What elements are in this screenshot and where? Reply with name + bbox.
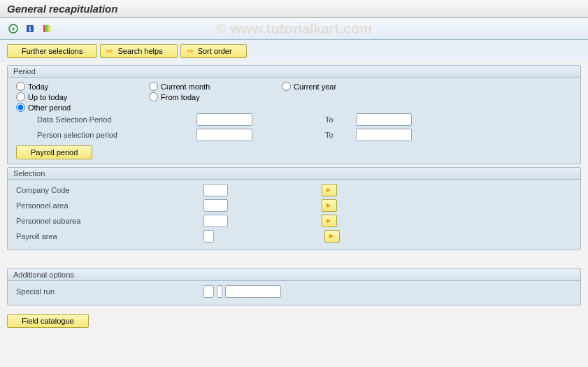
special-run-input-1[interactable] [203,285,214,298]
button-label: Sort order [198,47,232,55]
arrow-right-icon: ⇨ [106,46,113,56]
radio-label: Today [28,82,48,91]
special-run-label: Special run [16,287,121,296]
svg-text:i: i [29,25,31,33]
page-title: General recapitulation [0,0,588,18]
button-label: Field catalogue [22,317,74,325]
button-label: Further selections [22,47,83,55]
svg-rect-3 [43,25,45,32]
data-selection-to-input[interactable] [356,113,412,126]
search-helps-button[interactable]: ⇨Search helps [100,44,177,58]
to-label: To [325,115,353,124]
personnel-area-more-button[interactable] [322,199,337,212]
radio-current-year[interactable]: Current year [282,82,408,91]
person-selection-to-input[interactable] [356,129,412,141]
payroll-area-input[interactable] [203,230,214,243]
period-groupbox: Period Today Current month Current year … [7,65,581,164]
personnel-subarea-more-button[interactable] [322,215,337,227]
selection-groupbox: Selection Company Code Personnel area Pe… [7,167,581,250]
radio-label: Current month [161,82,210,91]
sort-order-button[interactable]: ⇨Sort order [180,44,247,58]
variant-icon[interactable] [41,22,53,35]
payroll-area-more-button[interactable] [324,230,340,243]
field-catalogue-button[interactable]: Field catalogue [7,314,89,328]
person-selection-label: Person selection period [16,131,121,139]
radio-current-month[interactable]: Current month [149,82,275,91]
personnel-area-input[interactable] [203,199,228,212]
payroll-area-label: Payroll area [16,232,121,240]
person-selection-from-input[interactable] [196,129,252,141]
data-selection-label: Data Selection Period [16,115,121,124]
selection-title: Selection [8,168,580,180]
selection-buttons: Further selections ⇨Search helps ⇨Sort o… [0,40,588,62]
data-selection-from-input[interactable] [196,113,252,126]
radio-from-today[interactable]: From today [149,92,275,101]
further-selections-button[interactable]: Further selections [7,44,97,58]
to-label: To [325,131,353,139]
button-label: Search helps [117,47,162,55]
radio-other-period[interactable]: Other period [16,103,142,112]
personnel-subarea-label: Personnel subarea [16,217,121,225]
radio-label: Current year [294,82,336,91]
special-run-input-2[interactable] [217,285,222,298]
special-run-input-3[interactable] [225,285,281,298]
personnel-area-label: Personnel area [16,201,121,210]
company-code-label: Company Code [16,186,121,194]
svg-rect-5 [48,25,50,32]
radio-label: Other period [28,103,71,112]
execute-icon[interactable] [7,22,20,35]
company-code-more-button[interactable] [322,184,337,196]
toolbar: i [0,18,588,40]
svg-rect-4 [46,25,48,32]
radio-label: From today [161,93,200,101]
personnel-subarea-input[interactable] [203,215,228,227]
payroll-period-button[interactable]: Payroll period [16,145,92,159]
info-icon[interactable]: i [24,22,36,35]
arrow-right-icon: ⇨ [187,46,194,56]
radio-today[interactable]: Today [16,82,142,91]
radio-up-to-today[interactable]: Up to today [16,92,142,101]
button-label: Payroll period [31,148,78,157]
additional-title: Additional options [8,269,580,281]
company-code-input[interactable] [203,184,228,196]
radio-label: Up to today [28,93,67,101]
additional-options-groupbox: Additional options Special run [7,268,581,305]
period-title: Period [8,66,580,78]
